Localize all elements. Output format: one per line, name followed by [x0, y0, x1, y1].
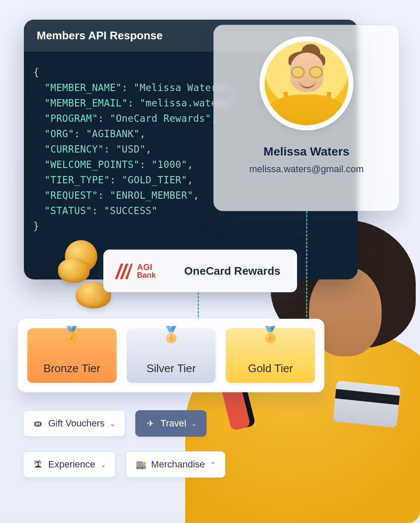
api-welcome-points: 1000 [158, 159, 181, 170]
api-currency: USD [122, 144, 140, 155]
tiers-card: 🏅 Bronze Tier 🏅 Silver Tier 🏅 Gold Tier [18, 319, 324, 392]
ticket-icon: 🎟 [33, 419, 43, 429]
profile-email: melissa.waters@gmail.com [249, 164, 364, 175]
chevron-down-icon: ⌄ [110, 420, 115, 428]
program-name: OneCard Rewards [184, 264, 280, 278]
profile-name: Melissa Waters [263, 145, 349, 159]
connector-line [306, 211, 307, 325]
category-experience[interactable]: 🏝 Experience ⌄ [23, 451, 116, 478]
coin-icon [58, 258, 90, 283]
medal-icon: 🏅 [261, 326, 280, 344]
api-request: ENROL_MEMBER [116, 190, 187, 201]
tier-gold[interactable]: 🏅 Gold Tier [226, 328, 315, 383]
tier-label: Silver Tier [146, 362, 196, 375]
category-label: Travel [160, 418, 186, 429]
api-member-name: Melissa Waters [140, 82, 223, 93]
plane-icon: ✈ [145, 418, 155, 429]
tier-label: Bronze Tier [44, 362, 100, 375]
bank-logo-text: AGIBank [137, 263, 156, 279]
bank-logo: AGIBank [114, 262, 156, 280]
category-merchandise[interactable]: 🏬 Merchandise ⌃ [126, 451, 225, 478]
api-tier-type: GOLD_TIER [128, 174, 181, 185]
member-profile-card: Melissa Waters melissa.waters@gmail.com [213, 25, 400, 211]
avatar [265, 41, 348, 125]
avatar-frame [260, 36, 353, 130]
category-label: Gift Vouchers [48, 418, 105, 429]
chevron-up-icon: ⌃ [210, 461, 216, 469]
api-status: SUCCESS [110, 205, 152, 216]
category-gift-vouchers[interactable]: 🎟 Gift Vouchers ⌄ [23, 410, 125, 437]
tier-bronze[interactable]: 🏅 Bronze Tier [27, 328, 117, 383]
program-card: AGIBank OneCard Rewards [103, 250, 297, 292]
chevron-down-icon: ⌄ [100, 461, 106, 469]
api-program: OneCard Rewards [116, 113, 205, 124]
tier-label: Gold Tier [248, 362, 293, 375]
category-label: Merchandise [151, 459, 205, 470]
bank-logo-icon [114, 262, 133, 280]
medal-icon: 🏅 [62, 326, 82, 344]
island-icon: 🏝 [33, 460, 43, 470]
store-icon: 🏬 [136, 459, 146, 470]
api-org: AGIBANK [92, 128, 134, 139]
medal-icon: 🏅 [162, 326, 181, 344]
category-travel[interactable]: ✈ Travel ⌄ [135, 410, 207, 437]
tier-silver[interactable]: 🏅 Silver Tier [127, 328, 216, 383]
category-label: Experience [48, 459, 95, 470]
chevron-down-icon: ⌄ [191, 420, 197, 428]
